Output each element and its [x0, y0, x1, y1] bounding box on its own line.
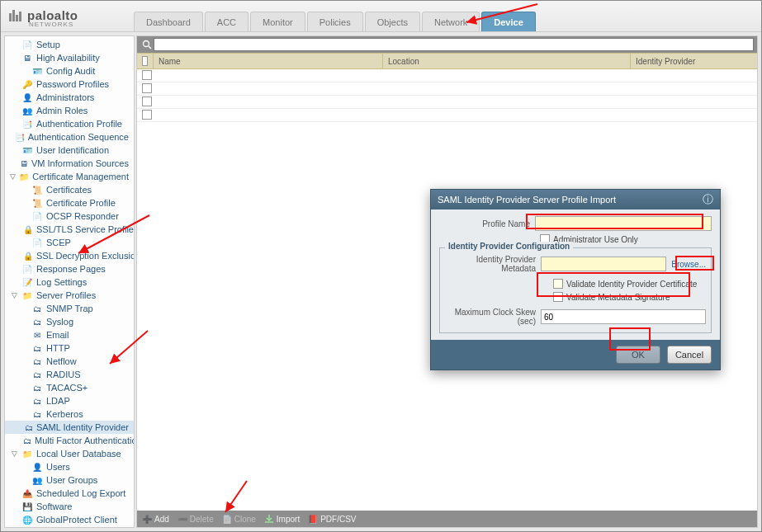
tree-item-label: Certificate Profile	[46, 198, 116, 208]
sidebar-item-scheduled-log-export[interactable]: 📤Scheduled Log Export	[5, 487, 134, 500]
svg-point-4	[144, 41, 149, 47]
svg-rect-2	[16, 15, 18, 21]
sidebar-item-globalprotect-client[interactable]: 🌐GlobalProtect Client	[5, 513, 134, 526]
sidebar-item-server-profiles[interactable]: ▽📁Server Profiles	[5, 289, 134, 302]
col-idp[interactable]: Identity Provider	[631, 54, 757, 68]
sidebar-item-syslog[interactable]: 🗂Syslog	[5, 315, 134, 328]
sidebar-item-saml-identity-provider[interactable]: 🗂SAML Identity Provider	[5, 421, 134, 434]
sidebar-item-user-identification[interactable]: 🪪User Identification	[5, 144, 134, 157]
tree-item-label: TACACS+	[46, 383, 88, 393]
tab-acc[interactable]: ACC	[205, 12, 248, 31]
svg-rect-1	[12, 10, 15, 21]
sidebar-item-vm-information-sources[interactable]: 🖥VM Information Sources	[5, 157, 134, 170]
idp-metadata-label: Identity Provider Metadata	[445, 255, 541, 273]
tree-item-icon: 👤	[31, 461, 43, 473]
sidebar-item-certificate-profile[interactable]: 📜Certificate Profile	[5, 196, 134, 210]
sidebar-item-user-groups[interactable]: 👥User Groups	[5, 473, 134, 487]
logo: paloalto NETWORKS	[1, 5, 133, 31]
tree-item-label: Config Audit	[46, 66, 95, 76]
row-checkbox[interactable]	[137, 110, 154, 121]
tree-item-icon: 👥	[21, 105, 33, 116]
sidebar-item-authentication-sequence[interactable]: 📑Authentication Sequence	[5, 130, 134, 144]
table-row[interactable]	[137, 109, 757, 122]
row-checkbox[interactable]	[137, 83, 154, 95]
search-icon[interactable]	[140, 38, 154, 51]
table-row[interactable]	[137, 96, 757, 109]
bottom-toolbar: ➕Add ➖Delete 📄Clone Import 📕PDF/CSV	[137, 511, 757, 527]
tree-item-icon: 📑	[21, 118, 33, 129]
tree-item-icon: 🗂	[31, 395, 43, 407]
cancel-button[interactable]: Cancel	[667, 346, 712, 364]
clone-button[interactable]: 📄Clone	[222, 514, 256, 524]
sidebar-item-certificate-management[interactable]: ▽📁Certificate Management	[5, 170, 134, 183]
col-name[interactable]: Name	[154, 54, 383, 68]
tree-item-label: User Identification	[36, 145, 109, 155]
sidebar-item-administrators[interactable]: 👤Administrators	[5, 91, 134, 104]
tree-item-label: Setup	[36, 40, 60, 49]
sidebar-item-setup[interactable]: 📄Setup	[5, 38, 134, 51]
tree-item-label: Software	[36, 501, 72, 511]
sidebar-item-software[interactable]: 💾Software	[5, 500, 134, 513]
tree-item-label: Response Pages	[36, 264, 106, 274]
tree-item-label: HTTP	[46, 343, 70, 353]
sidebar-item-ssl-decryption-exclusion[interactable]: 🔒SSL Decryption Exclusion	[5, 249, 134, 262]
profile-name-input[interactable]	[535, 216, 712, 231]
sidebar-item-netflow[interactable]: 🗂Netflow	[5, 355, 134, 368]
sidebar-item-scep[interactable]: 📄SCEP	[5, 236, 134, 249]
table-row[interactable]	[137, 69, 757, 82]
col-location[interactable]: Location	[383, 54, 631, 68]
main-tabs: DashboardACCMonitorPoliciesObjectsNetwor…	[133, 1, 537, 31]
sidebar-item-radius[interactable]: 🗂RADIUS	[5, 368, 134, 381]
tree-item-icon: 🗂	[31, 355, 43, 367]
sidebar-item-http[interactable]: 🗂HTTP	[5, 341, 134, 355]
sidebar-item-response-pages[interactable]: 📄Response Pages	[5, 262, 134, 275]
sidebar-item-email[interactable]: ✉Email	[5, 328, 134, 341]
sidebar-item-local-user-database[interactable]: ▽📁Local User Database	[5, 447, 134, 460]
clock-skew-input[interactable]	[541, 309, 706, 324]
help-icon[interactable]: ⓘ	[703, 192, 713, 207]
tab-policies[interactable]: Policies	[307, 12, 363, 31]
sidebar-item-password-profiles[interactable]: 🔑Password Profiles	[5, 78, 134, 91]
sidebar-item-kerberos[interactable]: 🗂Kerberos	[5, 407, 134, 421]
sidebar-item-ssl-tls-service-profile[interactable]: 🔒SSL/TLS Service Profile	[5, 223, 134, 236]
sidebar-item-snmp-trap[interactable]: 🗂SNMP Trap	[5, 302, 134, 315]
validate-sig-checkbox[interactable]	[553, 292, 563, 302]
sidebar-item-log-settings[interactable]: 📝Log Settings	[5, 275, 134, 289]
tree-item-icon: 🗂	[31, 369, 43, 380]
sidebar-item-ocsp-responder[interactable]: 📄OCSP Responder	[5, 210, 134, 223]
validate-cert-checkbox[interactable]	[553, 279, 563, 289]
tab-network[interactable]: Network	[422, 12, 480, 31]
sidebar-item-ldap[interactable]: 🗂LDAP	[5, 394, 134, 407]
row-checkbox[interactable]	[137, 70, 154, 82]
tree-item-label: Multi Factor Authentication	[35, 435, 135, 445]
sidebar-item-certificates[interactable]: 📜Certificates	[5, 183, 134, 196]
sidebar-item-users[interactable]: 👤Users	[5, 460, 134, 473]
sidebar-item-multi-factor-authentication[interactable]: 🗂Multi Factor Authentication	[5, 434, 134, 447]
sidebar-item-authentication-profile[interactable]: 📑Authentication Profile	[5, 117, 134, 130]
table-row[interactable]	[137, 82, 757, 96]
ok-button[interactable]: OK	[616, 346, 660, 364]
row-checkbox[interactable]	[137, 97, 154, 108]
sidebar-item-dynamic-updates[interactable]: 🔄Dynamic Updates	[5, 526, 134, 528]
add-button[interactable]: ➕Add	[142, 514, 169, 524]
select-all-checkbox[interactable]	[137, 54, 154, 68]
sidebar-item-high-availability[interactable]: 🖥High Availability	[5, 51, 134, 64]
tab-monitor[interactable]: Monitor	[250, 12, 305, 31]
idp-metadata-input[interactable]	[541, 257, 666, 271]
dialog-title-bar[interactable]: SAML Identity Provider Server Profile Im…	[431, 190, 720, 210]
sidebar-item-config-audit[interactable]: 🪪Config Audit	[5, 64, 134, 78]
tab-dashboard[interactable]: Dashboard	[134, 12, 203, 31]
tab-objects[interactable]: Objects	[365, 12, 420, 31]
sidebar-tree[interactable]: 📄Setup🖥High Availability🪪Config Audit🔑Pa…	[4, 35, 135, 528]
browse-link[interactable]: Browse...	[671, 260, 706, 269]
pdfcsv-button[interactable]: 📕PDF/CSV	[308, 514, 356, 524]
tab-device[interactable]: Device	[481, 12, 535, 31]
tree-item-label: Syslog	[46, 317, 73, 327]
search-input[interactable]	[154, 38, 754, 51]
sidebar-item-admin-roles[interactable]: 👥Admin Roles	[5, 104, 134, 117]
import-button[interactable]: Import	[264, 514, 300, 524]
sidebar-item-tacacs-[interactable]: 🗂TACACS+	[5, 381, 134, 394]
delete-button[interactable]: ➖Delete	[177, 514, 214, 524]
tree-item-label: OCSP Responder	[46, 211, 119, 221]
tree-item-icon: 🗂	[31, 342, 43, 354]
